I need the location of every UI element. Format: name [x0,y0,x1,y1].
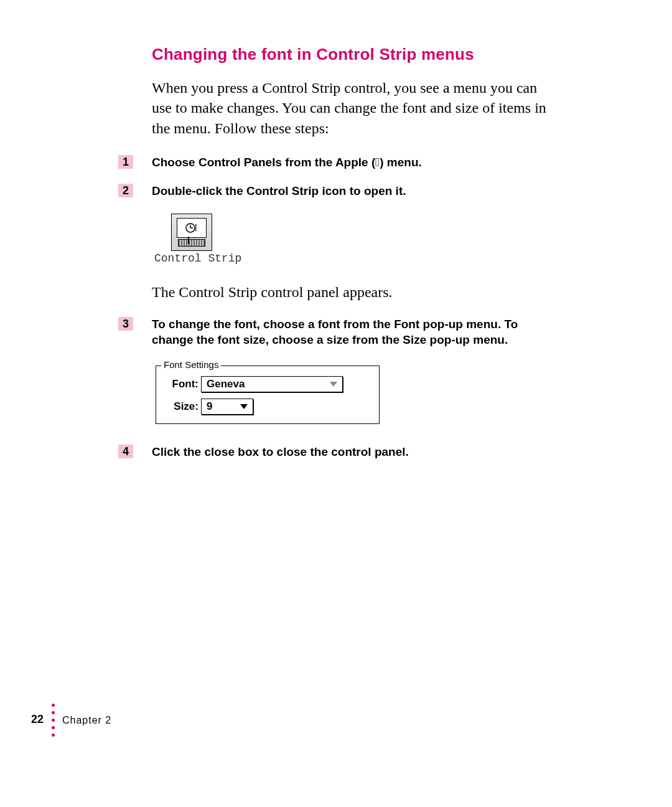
clock-arrow-icon [185,222,198,234]
section-heading: Changing the font in Control Strip menus [152,45,550,64]
svg-rect-4 [195,227,197,229]
step-2-number: 2 [118,184,133,197]
monitor-base-icon [178,239,205,247]
size-label: Size: [165,400,201,413]
page: Changing the font in Control Strip menus… [0,0,672,807]
step-1: 1 Choose Control Panels from the Apple (… [152,154,550,171]
step-4-number: 4 [118,445,133,458]
font-row: Font: Geneva [165,376,370,392]
intro-paragraph: When you press a Control Strip control, … [152,78,550,138]
control-strip-caption: Control Strip [154,252,229,265]
control-strip-icon[interactable] [171,214,212,251]
step-3-number: 3 [118,317,133,331]
size-popup[interactable]: 9 [201,399,253,415]
font-settings-panel: Font Settings Font: Geneva Size: 9 [156,366,380,424]
chapter-label: Chapter 2 [62,715,111,726]
step-1-text-before: Choose Control Panels from the Apple ( [152,156,375,169]
svg-rect-5 [195,229,197,231]
font-popup[interactable]: Geneva [201,376,343,392]
font-value: Geneva [207,378,245,390]
step-3-text: To change the font, choose a font from t… [152,318,518,347]
footer-dots [52,704,55,741]
step-1-text-after: ) menu. [380,156,422,169]
monitor-icon [177,218,207,238]
control-strip-icon-block: Control Strip [154,214,229,265]
main-content: Changing the font in Control Strip menus… [152,45,550,473]
chevron-down-icon [330,382,337,387]
page-number: 22 [31,713,44,726]
step-4-text: Click the close box to close the control… [152,445,409,458]
step-2-text: Double-click the Control Strip icon to o… [152,184,406,197]
font-label: Font: [165,378,201,390]
size-row: Size: 9 [165,399,370,415]
step-1-number: 1 [118,155,133,169]
step-1-text: Choose Control Panels from the Apple ()… [152,156,422,169]
font-settings-legend: Font Settings [161,359,221,370]
step-3: 3 To change the font, choose a font from… [152,316,550,348]
step-4: 4 Click the close box to close the contr… [152,444,550,460]
svg-rect-3 [195,224,197,226]
body-after-icon: The Control Strip control panel appears. [152,282,550,302]
size-value: 9 [207,400,212,413]
chevron-down-icon [240,404,248,409]
step-2: 2 Double-click the Control Strip icon to… [152,183,550,199]
